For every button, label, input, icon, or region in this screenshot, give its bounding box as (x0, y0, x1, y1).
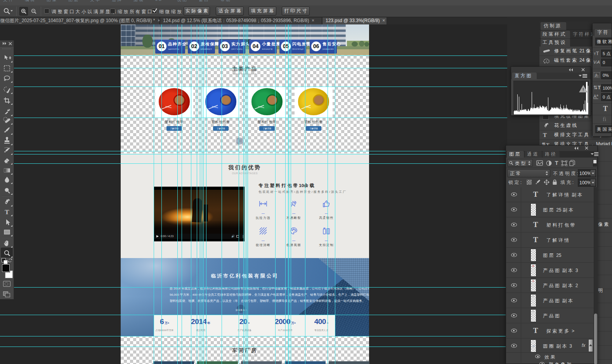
svg-text:T: T (5, 208, 9, 216)
